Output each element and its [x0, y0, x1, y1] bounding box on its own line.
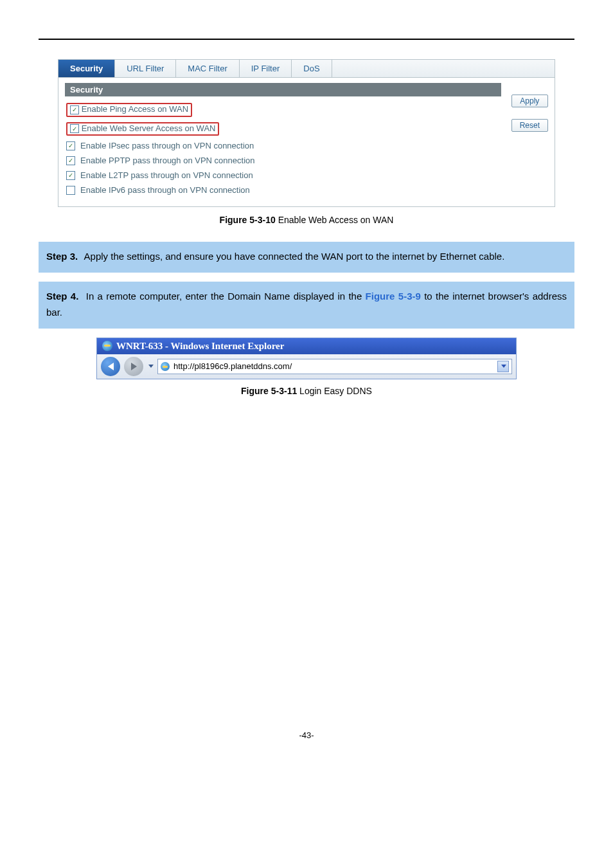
browser-title-text: WNRT-633 - Windows Internet Explorer	[116, 341, 284, 352]
arrow-left-icon	[108, 363, 114, 370]
arrow-right-icon	[131, 363, 137, 370]
step-4-label: Step 4.	[46, 291, 78, 302]
tab-security[interactable]: Security	[58, 60, 115, 77]
address-url: http://pl8196c9.planetddns.com/	[173, 361, 292, 371]
tab-strip: Security URL Filter MAC Filter IP Filter…	[58, 60, 555, 78]
nav-dropdown-icon[interactable]	[148, 365, 154, 368]
checkbox[interactable]: ✓	[66, 141, 75, 150]
back-button[interactable]	[101, 357, 120, 376]
apply-button[interactable]: Apply	[511, 95, 548, 107]
step-3-label: Step 3.	[46, 251, 78, 262]
section-title: Security	[65, 83, 501, 96]
step-3-text: Apply the settings, and ensure you have …	[84, 251, 505, 262]
option-label: Enable Web Server Access on WAN	[82, 123, 216, 133]
figure-caption-5-3-11: Figure 5-3-11 Login Easy DDNS	[39, 386, 574, 396]
security-option-row: ✓Enable L2TP pass through on VPN connect…	[65, 168, 501, 183]
option-label: Enable IPsec pass through on VPN connect…	[80, 141, 254, 150]
figure-ref-5-3-9: Figure 5-3-9	[366, 291, 421, 302]
checkbox[interactable]: ✓	[66, 156, 75, 165]
security-option-row: Enable IPv6 pass through on VPN connecti…	[65, 183, 501, 197]
reset-button[interactable]: Reset	[511, 119, 548, 132]
tab-mac-filter[interactable]: MAC Filter	[176, 60, 239, 77]
option-label: Enable IPv6 pass through on VPN connecti…	[80, 185, 250, 195]
security-panel: Security URL Filter MAC Filter IP Filter…	[58, 59, 555, 207]
security-option-row: ✓ Enable Web Server Access on WAN	[65, 120, 501, 139]
option-label: Enable PPTP pass through on VPN connecti…	[80, 156, 255, 165]
option-label: Enable L2TP pass through on VPN connecti…	[80, 170, 253, 180]
forward-button[interactable]	[124, 357, 143, 376]
address-bar[interactable]: http://pl8196c9.planetddns.com/	[157, 359, 512, 374]
step-4-text-pre: In a remote computer, enter the Domain N…	[86, 291, 366, 302]
chevron-down-icon	[501, 365, 506, 368]
page-number: -43-	[39, 730, 574, 740]
tab-url-filter[interactable]: URL Filter	[115, 60, 176, 77]
checkbox[interactable]: ✓	[70, 105, 79, 114]
address-dropdown-button[interactable]	[497, 361, 509, 372]
security-option-row: ✓Enable PPTP pass through on VPN connect…	[65, 153, 501, 168]
security-option-row: ✓ Enable Ping Access on WAN	[65, 100, 501, 120]
highlight-box: ✓ Enable Ping Access on WAN	[66, 103, 192, 117]
page-icon	[161, 362, 170, 371]
browser-window: WNRT-633 - Windows Internet Explorer htt…	[96, 338, 517, 379]
highlight-box: ✓ Enable Web Server Access on WAN	[66, 122, 219, 136]
security-option-row: ✓Enable IPsec pass through on VPN connec…	[65, 138, 501, 153]
browser-titlebar: WNRT-633 - Windows Internet Explorer	[97, 338, 516, 354]
option-label: Enable Ping Access on WAN	[82, 104, 188, 114]
ie-logo-icon	[102, 341, 112, 351]
browser-toolbar: http://pl8196c9.planetddns.com/	[97, 354, 516, 379]
checkbox[interactable]: ✓	[66, 171, 75, 180]
step-3-block: Step 3. Apply the settings, and ensure y…	[39, 242, 574, 273]
figure-caption-5-3-10: Figure 5-3-10 Enable Web Access on WAN	[39, 215, 574, 225]
tab-dos[interactable]: DoS	[292, 60, 332, 77]
checkbox[interactable]	[66, 186, 75, 195]
checkbox[interactable]: ✓	[70, 124, 79, 133]
step-4-block: Step 4. In a remote computer, enter the …	[39, 282, 574, 329]
tab-ip-filter[interactable]: IP Filter	[240, 60, 292, 77]
